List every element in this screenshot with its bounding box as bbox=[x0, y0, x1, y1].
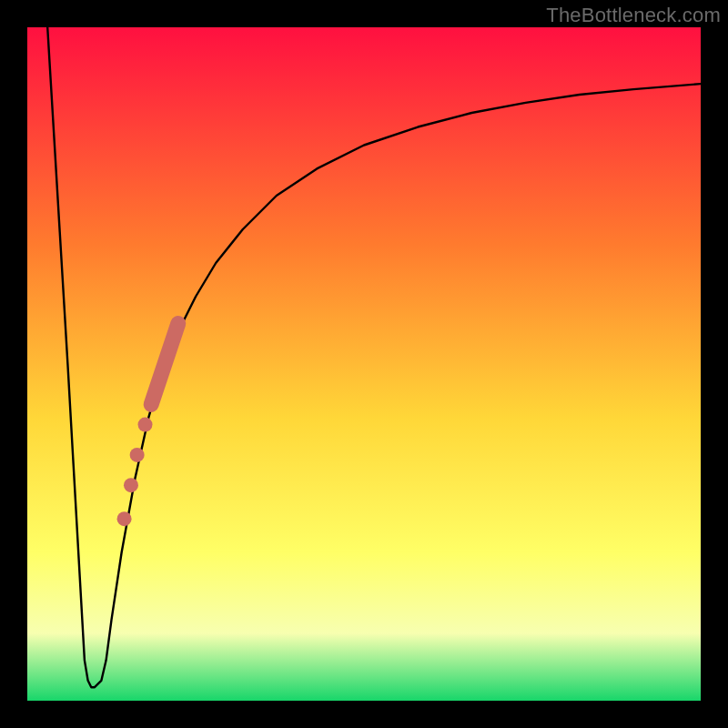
highlight-dot bbox=[138, 418, 153, 432]
chart-frame: TheBottleneck.com bbox=[0, 0, 728, 728]
chart-svg bbox=[27, 27, 701, 701]
highlight-dot bbox=[117, 511, 132, 526]
watermark-text: TheBottleneck.com bbox=[546, 4, 721, 27]
highlight-dot bbox=[124, 478, 138, 492]
gradient-background bbox=[27, 27, 701, 701]
plot-area bbox=[27, 27, 701, 701]
highlight-dot bbox=[130, 448, 145, 462]
